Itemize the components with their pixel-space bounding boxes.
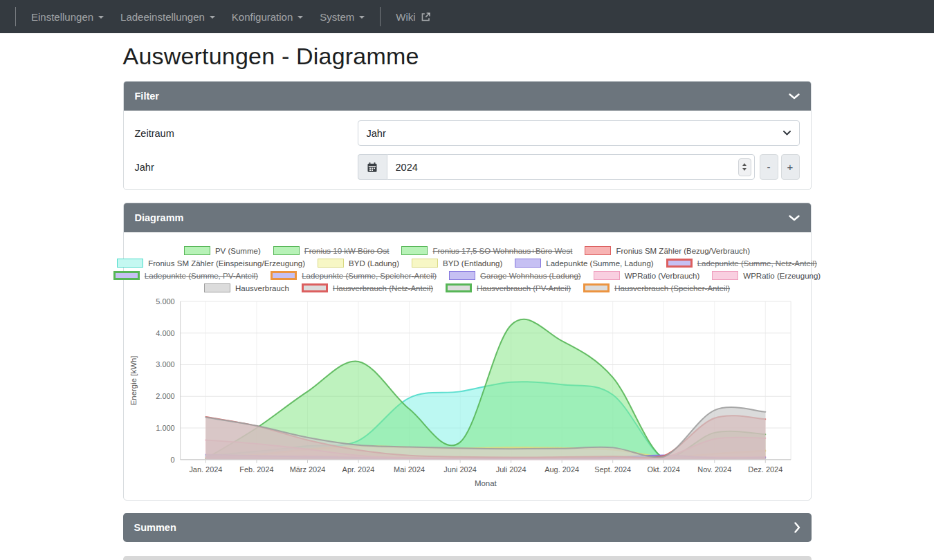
legend-label: Fronius SM Zähler (Einspeisung/Erzeugung… [148, 259, 305, 268]
legend-item[interactable]: Fronius 10 kW Büro Ost [273, 246, 390, 255]
zeitraum-row: Zeitraum Jahr [135, 120, 800, 146]
chart-legend: PV (Summe)Fronius 10 kW Büro OstFronius … [127, 246, 808, 292]
top-navbar: EinstellungenLadeeinstellungenKonfigurat… [0, 0, 934, 33]
svg-text:Sept. 2024: Sept. 2024 [594, 465, 631, 474]
nav-item-ladeeinstellungen[interactable]: Ladeeinstellungen [112, 0, 223, 33]
summen-card-title: Summen [134, 522, 176, 533]
legend-label: Ladepunkte (Summe, Netz-Anteil) [697, 259, 817, 268]
filter-card-body: Zeitraum Jahr Jahr [124, 111, 811, 189]
svg-text:Okt. 2024: Okt. 2024 [647, 465, 679, 474]
nav-divider [15, 7, 16, 26]
legend-item[interactable]: Hausverbrauch (Netz-Anteil) [302, 283, 433, 292]
diagramm-card-header[interactable]: Diagramm [124, 203, 811, 232]
calendar-icon [367, 162, 378, 173]
nav-item-label: Wiki [396, 11, 415, 23]
chevron-down-icon [359, 16, 365, 19]
diagramm-card: Diagramm PV (Summe)Fronius 10 kW Büro Os… [123, 203, 812, 501]
diagramm-card-title: Diagramm [135, 212, 184, 223]
legend-swatch [204, 283, 230, 292]
legend-item[interactable]: BYD (Ladung) [318, 259, 399, 268]
year-increment-button[interactable]: + [781, 154, 800, 180]
svg-text:Monat: Monat [474, 479, 497, 487]
chart-canvas[interactable]: 01.0002.0003.0004.0005.000Jan. 2024Feb. … [127, 296, 808, 494]
legend-swatch [302, 283, 328, 292]
legend-item[interactable]: Fronius 17,5 SO Wohnhaus+Büro West [401, 246, 572, 255]
calendar-button[interactable] [358, 154, 387, 180]
summen-card-header[interactable]: Summen [123, 513, 812, 542]
jahr-input-wrap [387, 154, 755, 180]
legend-item[interactable]: Ladepunkte (Summe, PV-Anteil) [113, 271, 258, 280]
legend-label: WPRatio (Erzeugung) [743, 272, 821, 280]
legend-item[interactable]: Hausverbrauch (PV-Anteil) [446, 283, 571, 292]
svg-text:Juni 2024: Juni 2024 [443, 465, 476, 474]
main-content: Auswertungen - Diagramme Filter Zeitraum… [123, 33, 812, 560]
legend-item[interactable]: PV (Summe) [184, 246, 261, 255]
svg-text:Apr. 2024: Apr. 2024 [342, 465, 374, 474]
nav-item-wiki[interactable]: Wiki [387, 0, 439, 33]
summen-card: Summen [123, 513, 812, 542]
legend-label: Ladepunkte (Summe, Speicher-Anteil) [302, 272, 437, 280]
legend-item[interactable]: Garage Wohnhaus (Ladung) [449, 271, 581, 280]
chevron-down-icon [98, 16, 104, 19]
zeitraum-select[interactable]: Jahr [358, 120, 800, 146]
svg-text:Nov. 2024: Nov. 2024 [697, 465, 731, 474]
legend-item[interactable]: Hausverbrauch (Speicher-Anteil) [583, 283, 730, 292]
svg-text:Feb. 2024: Feb. 2024 [239, 465, 273, 474]
spin-up-icon [742, 163, 747, 166]
legend-label: PV (Summe) [215, 247, 261, 255]
nav-item-system[interactable]: System [311, 0, 373, 33]
zeitraum-select-value: Jahr [367, 128, 386, 139]
chevron-down-icon [783, 131, 791, 136]
legend-swatch [273, 246, 300, 255]
svg-text:Aug. 2024: Aug. 2024 [544, 465, 579, 474]
legend-item[interactable]: WPRatio (Erzeugung) [712, 271, 821, 280]
nav-item-label: System [320, 11, 354, 23]
filter-card-header[interactable]: Filter [124, 82, 811, 111]
legend-item[interactable]: Ladepunkte (Summe, Speicher-Anteil) [271, 271, 437, 280]
svg-text:0: 0 [170, 456, 174, 464]
legend-swatch [446, 283, 472, 292]
svg-text:2.000: 2.000 [156, 392, 174, 400]
svg-text:Mai 2024: Mai 2024 [394, 465, 425, 474]
page-title: Auswertungen - Diagramme [123, 43, 812, 70]
filter-card: Filter Zeitraum Jahr Jahr [123, 81, 812, 190]
legend-item[interactable]: Fronius SM Zähler (Bezug/Verbrauch) [585, 246, 750, 255]
chevron-right-icon [794, 522, 800, 533]
nav-item-label: Einstellungen [31, 11, 93, 23]
legend-item[interactable]: Fronius SM Zähler (Einspeisung/Erzeugung… [117, 259, 305, 268]
legend-item[interactable]: Ladepunkte (Summe, Ladung) [515, 259, 653, 268]
nav-divider [380, 7, 381, 26]
legend-swatch [117, 259, 143, 268]
nav-item-einstellungen[interactable]: Einstellungen [23, 0, 112, 33]
year-decrement-button[interactable]: - [760, 154, 778, 180]
jahr-input-group: - + [358, 154, 800, 180]
footer: Open Source made with love! [123, 556, 812, 560]
svg-text:4.000: 4.000 [156, 329, 174, 337]
legend-item[interactable]: Ladepunkte (Summe, Netz-Anteil) [666, 259, 817, 268]
jahr-input[interactable] [387, 154, 755, 180]
legend-swatch [583, 283, 610, 292]
legend-row: HausverbrauchHausverbrauch (Netz-Anteil)… [127, 283, 808, 292]
legend-swatch [412, 259, 438, 268]
svg-text:1.000: 1.000 [156, 424, 174, 432]
zeitraum-label: Zeitraum [135, 128, 358, 139]
spin-down-icon [742, 168, 747, 171]
external-link-icon [421, 12, 431, 22]
legend-label: Garage Wohnhaus (Ladung) [480, 272, 581, 280]
legend-swatch [666, 259, 693, 268]
legend-item[interactable]: BYD (Entladung) [412, 259, 502, 268]
chevron-down-icon [297, 16, 303, 19]
legend-swatch [449, 271, 475, 280]
svg-text:Jan. 2024: Jan. 2024 [189, 465, 222, 474]
chevron-down-icon [210, 16, 215, 19]
jahr-row: Jahr [135, 154, 800, 180]
legend-swatch [585, 246, 611, 255]
nav-item-konfiguration[interactable]: Konfiguration [223, 0, 311, 33]
legend-label: WPRatio (Verbrauch) [625, 272, 700, 280]
legend-item[interactable]: WPRatio (Verbrauch) [594, 271, 700, 280]
legend-label: Ladepunkte (Summe, Ladung) [546, 259, 653, 268]
legend-label: Hausverbrauch (Netz-Anteil) [333, 284, 433, 292]
legend-item[interactable]: Hausverbrauch [204, 283, 289, 292]
number-spinner[interactable] [738, 158, 751, 176]
legend-swatch [594, 271, 620, 280]
